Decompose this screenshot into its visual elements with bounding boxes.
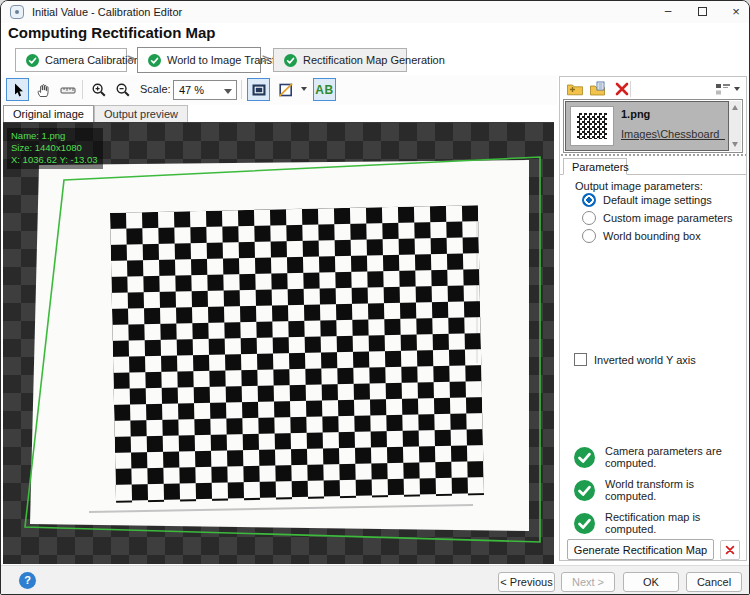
radio-icon[interactable]	[582, 211, 596, 225]
delete-x-icon	[613, 80, 631, 98]
radio-icon[interactable]	[582, 229, 596, 243]
step-label: Camera Calibration	[45, 54, 140, 66]
status-rectification-map: Rectification map is computed.	[574, 511, 746, 535]
image-list-item[interactable]: 1.png Images\Chessboard_Cali...	[565, 101, 729, 151]
scroll-down-icon[interactable]	[732, 142, 738, 147]
image-thumbnail	[570, 106, 614, 146]
ruler-icon	[60, 82, 76, 98]
fit-image-icon	[251, 82, 267, 98]
image-file-name: 1.png	[621, 108, 650, 120]
success-check-icon	[574, 480, 595, 501]
calibration-image	[3, 123, 554, 564]
chevron-down-icon[interactable]	[734, 87, 740, 91]
add-folder-button[interactable]	[566, 80, 584, 98]
inverted-world-y-axis-checkbox-row[interactable]: Inverted world Y axis	[574, 353, 696, 366]
step-separator-chevron: >	[127, 51, 135, 66]
scale-value: 47 %	[179, 84, 204, 96]
radio-label: World bounding box	[603, 230, 701, 242]
wizard-steps: Camera Calibration > World to Image Tran…	[1, 47, 749, 73]
status-camera-parameters: Camera parameters are computed.	[574, 445, 746, 469]
tab-original-image[interactable]: Original image	[3, 105, 94, 122]
toolbar-separator	[241, 80, 242, 99]
success-check-icon	[574, 513, 595, 534]
success-check-icon	[574, 447, 595, 468]
radio-label: Custom image parameters	[603, 212, 733, 224]
scroll-up-icon[interactable]	[732, 105, 738, 110]
radio-icon[interactable]	[582, 193, 596, 207]
image-info-overlay: Name: 1.png Size: 1440x1080 X: 1036.62 Y…	[7, 128, 103, 169]
next-button: Next >	[561, 572, 615, 592]
fit-to-window-button[interactable]	[247, 78, 270, 101]
zoom-in-button[interactable]	[87, 78, 110, 101]
ok-button[interactable]: OK	[623, 572, 679, 592]
image-file-path-link[interactable]: Images\Chessboard_Cali...	[621, 128, 725, 140]
add-images-button[interactable]	[589, 80, 607, 98]
toolbar-separator	[82, 80, 83, 99]
no-background-icon	[278, 82, 294, 98]
overlay-image-name: Name: 1.png	[11, 130, 97, 142]
radio-default-image-settings[interactable]: Default image settings	[582, 193, 712, 207]
zoom-out-button[interactable]	[111, 78, 134, 101]
folder-files-icon	[589, 80, 607, 98]
cursor-arrow-icon	[10, 82, 26, 98]
list-scrollbar[interactable]	[729, 101, 741, 151]
footer-bar: ? < Previous Next > OK Cancel	[1, 565, 749, 595]
step-done-check-icon	[148, 54, 161, 67]
calibration-editor-window: Initial Value - Calibration Editor – × C…	[0, 0, 750, 595]
list-view-mode-button[interactable]	[715, 82, 731, 96]
measure-tool-button[interactable]	[56, 78, 79, 101]
zoom-out-icon	[115, 82, 131, 98]
step-label: Rectification Map Generation	[303, 54, 445, 66]
remove-image-button[interactable]	[613, 80, 631, 98]
tab-output-preview[interactable]: Output preview	[94, 105, 188, 122]
minimize-button[interactable]: –	[651, 1, 685, 23]
select-tool-button[interactable]	[6, 78, 29, 101]
image-view-tabs: Original image Output preview	[1, 105, 557, 122]
pan-tool-button[interactable]	[31, 78, 54, 101]
scale-combobox[interactable]: 47 %	[173, 80, 237, 100]
page-title: Computing Rectification Map	[8, 24, 216, 41]
status-text: Camera parameters are computed.	[605, 445, 746, 469]
side-panel: 1.png Images\Chessboard_Cali... Paramete…	[559, 76, 747, 561]
background-style-button[interactable]	[274, 78, 297, 101]
chevron-down-icon	[224, 89, 232, 94]
previous-button[interactable]: < Previous	[498, 572, 555, 592]
chessboard-pattern	[110, 205, 484, 503]
cancel-button[interactable]: Cancel	[686, 572, 742, 592]
maximize-icon	[698, 7, 707, 16]
title-bar: Initial Value - Calibration Editor – ×	[1, 1, 749, 23]
details-view-icon	[715, 82, 731, 96]
hand-icon	[35, 82, 51, 98]
maximize-button[interactable]	[685, 1, 719, 23]
overlay-image-size: Size: 1440x1080	[11, 142, 97, 154]
status-text: World transform is computed.	[605, 478, 746, 502]
image-list: 1.png Images\Chessboard_Cali...	[563, 99, 743, 153]
status-text: Rectification map is computed.	[605, 511, 746, 535]
radio-label: Default image settings	[603, 194, 712, 206]
chevron-down-icon[interactable]	[301, 87, 307, 91]
zoom-in-icon	[91, 82, 107, 98]
output-image-parameters-label: Output image parameters:	[575, 180, 703, 192]
radio-custom-image-parameters[interactable]: Custom image parameters	[582, 211, 733, 225]
toolbar-separator	[630, 81, 631, 97]
red-x-icon	[724, 544, 736, 556]
step-camera-calibration[interactable]: Camera Calibration	[15, 48, 127, 72]
step-rectification-map-generation[interactable]: Rectification Map Generation	[273, 48, 407, 72]
ab-compare-button[interactable]: AB	[313, 78, 336, 101]
overlay-cursor-coords: X: 1036.62 Y: -13.03	[11, 154, 97, 166]
tab-parameters[interactable]: Parameters	[563, 158, 627, 175]
checkbox-icon[interactable]	[574, 353, 587, 366]
step-world-to-image-transform[interactable]: World to Image Transform	[137, 47, 261, 73]
app-icon	[10, 5, 24, 19]
radio-world-bounding-box[interactable]: World bounding box	[582, 229, 701, 243]
window-title: Initial Value - Calibration Editor	[32, 6, 182, 18]
step-done-check-icon	[284, 54, 297, 67]
image-canvas[interactable]: Name: 1.png Size: 1440x1080 X: 1036.62 Y…	[3, 122, 554, 564]
canvas-toolbar: Scale: 47 % AB	[1, 75, 557, 105]
status-world-transform: World transform is computed.	[574, 478, 746, 502]
step-done-check-icon	[26, 54, 39, 67]
close-button[interactable]: ×	[719, 1, 750, 23]
generate-rectification-map-button[interactable]: Generate Rectification Map	[567, 539, 714, 560]
clear-rectification-button[interactable]	[720, 540, 740, 560]
help-button[interactable]: ?	[19, 572, 36, 589]
